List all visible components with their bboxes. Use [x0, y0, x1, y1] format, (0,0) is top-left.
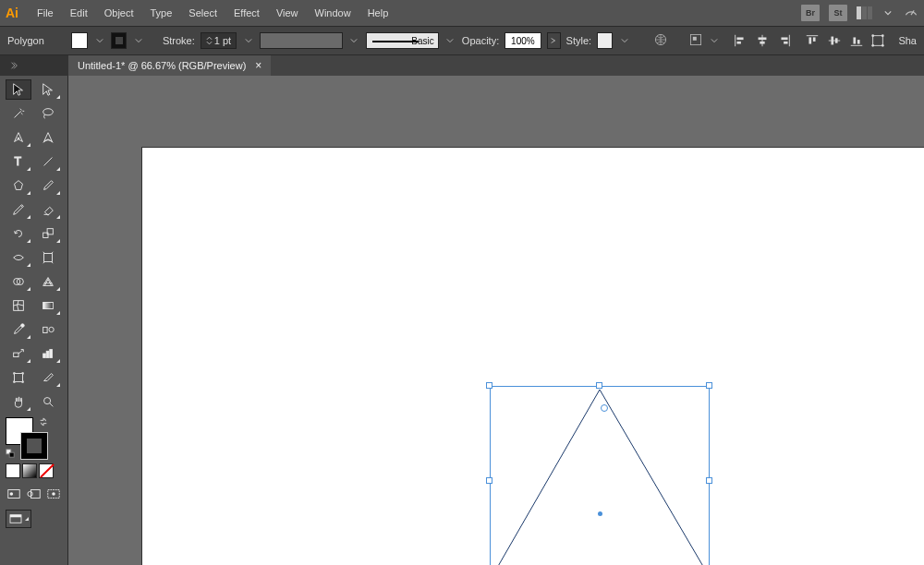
symbol-sprayer-tool[interactable]: [6, 343, 31, 364]
svg-point-26: [881, 44, 884, 47]
opacity-label[interactable]: Opacity:: [462, 35, 499, 46]
selection-bounding-box[interactable]: [490, 386, 710, 565]
variable-width-dropdown[interactable]: [348, 32, 360, 49]
menu-window[interactable]: Window: [315, 7, 351, 18]
shape-panel-label[interactable]: Sha: [898, 35, 917, 46]
stroke-weight-dropdown[interactable]: [242, 32, 254, 49]
canvas-area[interactable]: [68, 76, 924, 565]
align-vcenter-icon[interactable]: [826, 32, 843, 49]
rectangle-tool[interactable]: [6, 175, 31, 196]
rotate-tool[interactable]: [6, 223, 31, 244]
menu-help[interactable]: Help: [368, 7, 389, 18]
pen-tool[interactable]: [6, 127, 31, 148]
draw-behind-icon[interactable]: [26, 486, 43, 502]
lasso-tool[interactable]: [35, 103, 61, 124]
close-tab-icon[interactable]: ×: [255, 59, 261, 72]
shape-builder-tool[interactable]: [6, 271, 31, 292]
fill-swatch-dropdown[interactable]: [93, 32, 105, 49]
width-tool[interactable]: [6, 247, 31, 268]
default-fill-stroke-icon[interactable]: [6, 449, 15, 460]
slice-tool[interactable]: [35, 367, 61, 388]
gradient-tool[interactable]: [35, 295, 61, 316]
opacity-field[interactable]: 100%: [505, 32, 541, 49]
direct-selection-tool[interactable]: [35, 79, 61, 100]
handle-mid-right[interactable]: [706, 477, 712, 484]
curvature-tool[interactable]: [35, 127, 61, 148]
stroke-label[interactable]: Stroke:: [163, 35, 195, 46]
svg-rect-45: [43, 354, 46, 357]
artboard-tool[interactable]: [6, 367, 31, 388]
stroke-weight-stepper[interactable]: [206, 36, 213, 45]
swap-fill-stroke-icon[interactable]: [39, 417, 48, 428]
align-hcenter-icon[interactable]: [754, 32, 771, 49]
color-mode-none[interactable]: [39, 463, 54, 478]
menu-select[interactable]: Select: [188, 7, 217, 18]
collapse-panels-icon[interactable]: [7, 58, 20, 73]
style-label[interactable]: Style:: [566, 35, 592, 46]
variable-width-profile[interactable]: [260, 32, 343, 49]
color-mode-solid[interactable]: [6, 463, 20, 478]
svg-point-28: [18, 138, 19, 139]
handle-top-left[interactable]: [486, 382, 492, 389]
eraser-tool[interactable]: [35, 199, 61, 220]
magic-wand-tool[interactable]: [6, 103, 31, 124]
document-tab[interactable]: Untitled-1* @ 66.67% (RGB/Preview) ×: [68, 55, 271, 76]
hand-tool[interactable]: [6, 391, 31, 412]
opacity-dropdown[interactable]: [547, 32, 561, 49]
perspective-grid-tool[interactable]: [35, 271, 61, 292]
stroke-swatch-dropdown[interactable]: [132, 32, 144, 49]
blend-tool[interactable]: [35, 319, 61, 340]
line-segment-tool[interactable]: [35, 151, 61, 172]
menu-type[interactable]: Type: [151, 7, 173, 18]
stock-icon[interactable]: St: [829, 5, 847, 21]
menu-view[interactable]: View: [276, 7, 298, 18]
bridge-icon[interactable]: Br: [801, 5, 820, 21]
stroke-swatch[interactable]: [111, 32, 127, 49]
color-mode-gradient[interactable]: [22, 463, 37, 478]
type-tool[interactable]: T: [6, 151, 31, 172]
eyedropper-tool[interactable]: [6, 319, 31, 340]
align-to-icon[interactable]: [688, 32, 703, 49]
transform-icon[interactable]: [870, 32, 886, 49]
svg-rect-6: [736, 42, 740, 44]
draw-normal-icon[interactable]: [6, 486, 22, 502]
column-graph-tool[interactable]: [35, 343, 61, 364]
stroke-weight-field[interactable]: 1 pt: [201, 32, 237, 49]
draw-inside-icon[interactable]: [45, 486, 62, 502]
align-top-icon[interactable]: [804, 32, 821, 49]
brush-definition[interactable]: Basic: [366, 32, 439, 49]
align-left-icon[interactable]: [732, 32, 748, 49]
zoom-tool[interactable]: [35, 391, 61, 412]
free-transform-tool[interactable]: [35, 247, 61, 268]
brush-dropdown[interactable]: [444, 32, 456, 49]
svg-point-27: [43, 109, 54, 115]
handle-top-right[interactable]: [706, 382, 712, 389]
pivot-point-icon[interactable]: [601, 404, 608, 412]
pencil-tool[interactable]: [6, 199, 31, 220]
handle-top-mid[interactable]: [596, 382, 602, 389]
handle-mid-left[interactable]: [486, 477, 492, 484]
paintbrush-tool[interactable]: [35, 175, 61, 196]
selection-tool[interactable]: [6, 79, 31, 100]
menu-effect[interactable]: Effect: [234, 7, 260, 18]
arrange-documents-icon[interactable]: [857, 6, 872, 19]
menu-edit[interactable]: Edit: [70, 7, 88, 18]
gpu-performance-icon[interactable]: [904, 5, 918, 21]
graphic-style-swatch[interactable]: [597, 32, 613, 49]
svg-rect-60: [10, 515, 21, 518]
arrange-documents-dropdown[interactable]: [881, 5, 894, 21]
align-right-icon[interactable]: [776, 32, 793, 49]
scale-tool[interactable]: [35, 223, 61, 244]
screen-mode-button[interactable]: [6, 510, 31, 528]
menu-object[interactable]: Object: [104, 7, 134, 18]
stroke-color-swatch[interactable]: [20, 432, 48, 460]
fill-swatch[interactable]: [71, 32, 89, 49]
mesh-tool[interactable]: [6, 295, 31, 316]
recolor-artwork-icon[interactable]: [653, 32, 668, 49]
fill-stroke-control[interactable]: [6, 417, 48, 460]
graphic-style-dropdown[interactable]: [618, 32, 630, 49]
align-bottom-icon[interactable]: [848, 32, 865, 49]
document-tab-title: Untitled-1* @ 66.67% (RGB/Preview): [78, 60, 246, 71]
menu-file[interactable]: File: [37, 7, 54, 18]
align-to-dropdown[interactable]: [709, 32, 721, 49]
